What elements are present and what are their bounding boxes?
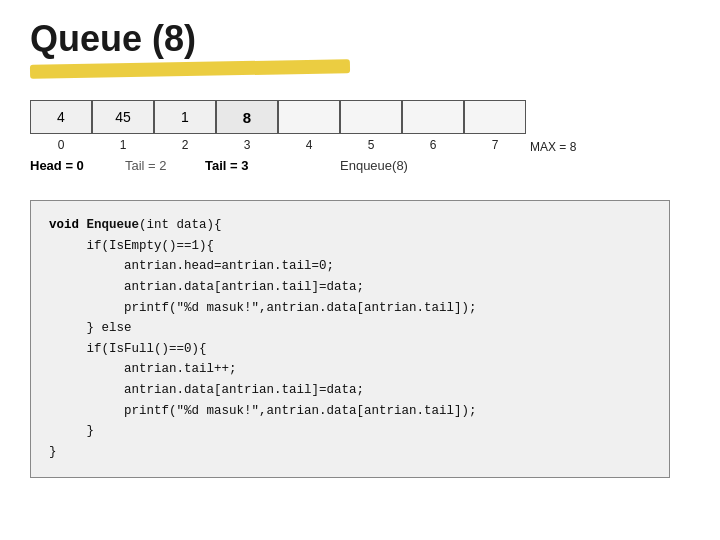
max-label: MAX = 8 [530, 138, 576, 154]
cell-6 [402, 100, 464, 134]
code-line-1: void Enqueue(int data){ [49, 215, 651, 236]
array-cells: 4 45 1 8 [30, 100, 650, 134]
index-0: 0 [30, 138, 92, 154]
code-line-8: antrian.tail++; [49, 359, 651, 380]
tail3-label: Tail = 3 [205, 158, 248, 173]
head-label: Head = 0 [30, 158, 84, 173]
cell-7 [464, 100, 526, 134]
index-row: 0 1 2 3 4 5 6 7 MAX = 8 [30, 138, 650, 154]
index-4: 4 [278, 138, 340, 154]
code-line-4: antrian.data[antrian.tail]=data; [49, 277, 651, 298]
code-line-10: printf("%d masuk!",antrian.data[antrian.… [49, 401, 651, 422]
index-3: 3 [216, 138, 278, 154]
code-line-3: antrian.head=antrian.tail=0; [49, 256, 651, 277]
tail2-label: Tail = 2 [125, 158, 167, 173]
index-1: 1 [92, 138, 154, 154]
code-line-6: } else [49, 318, 651, 339]
cell-0: 4 [30, 100, 92, 134]
enqueue-label: Enqueue(8) [340, 158, 408, 173]
index-5: 5 [340, 138, 402, 154]
index-2: 2 [154, 138, 216, 154]
index-7: 7 [464, 138, 526, 154]
cell-1: 45 [92, 100, 154, 134]
title-underline [30, 59, 350, 79]
index-6: 6 [402, 138, 464, 154]
cell-2: 1 [154, 100, 216, 134]
page-title: Queue (8) [30, 18, 196, 60]
cell-5 [340, 100, 402, 134]
code-line-11: } [49, 421, 651, 442]
code-line-2: if(IsEmpty()==1){ [49, 236, 651, 257]
code-line-5: printf("%d masuk!",antrian.data[antrian.… [49, 298, 651, 319]
code-block: void Enqueue(int data){ if(IsEmpty()==1)… [30, 200, 670, 478]
cell-3: 8 [216, 100, 278, 134]
code-line-12: } [49, 442, 651, 463]
array-diagram: 4 45 1 8 0 1 2 3 4 5 6 7 MAX = 8 [30, 100, 650, 154]
code-line-7: if(IsFull()==0){ [49, 339, 651, 360]
code-line-9: antrian.data[antrian.tail]=data; [49, 380, 651, 401]
cell-4 [278, 100, 340, 134]
